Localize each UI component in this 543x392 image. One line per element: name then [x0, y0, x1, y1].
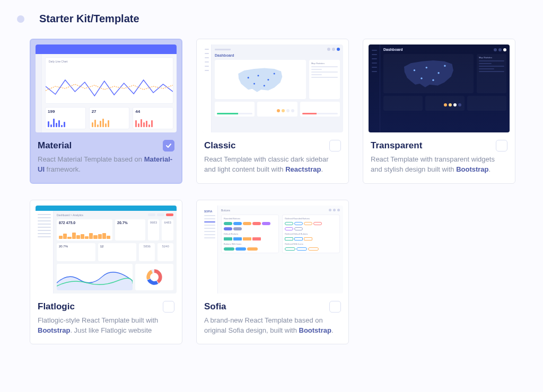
svg-point-6: [413, 69, 415, 71]
thumb-stat-value: 27: [92, 109, 127, 114]
template-card-classic[interactable]: Dashboard Map Statistics: [196, 39, 349, 184]
thumb-chart-title: Daily Line Chart: [49, 60, 170, 63]
template-checkbox[interactable]: [163, 140, 174, 152]
svg-point-8: [437, 72, 439, 74]
template-thumbnail: Dashboard > Analytics 872 475.0: [36, 206, 177, 293]
donut-chart-icon: [145, 268, 163, 286]
template-card-flatlogic[interactable]: Dashboard > Analytics 872 475.0: [30, 200, 182, 345]
section-title: Starter Kit/Template: [39, 13, 139, 25]
template-title: Material: [38, 140, 72, 151]
usa-map-icon: [221, 66, 300, 94]
svg-point-0: [248, 77, 249, 78]
thumb-title: Dashboard: [215, 54, 340, 57]
template-link[interactable]: Bootstrap: [456, 165, 488, 173]
template-card-sofia[interactable]: SOFIA Buttons Rounded Buttons: [196, 200, 349, 345]
template-link[interactable]: Reactstrap: [285, 165, 321, 173]
template-link[interactable]: Bootstrap: [299, 326, 331, 334]
thumb-stat-value: 20.7%: [117, 221, 143, 225]
template-title: Flatlogic: [38, 301, 75, 312]
template-link[interactable]: Bootstrap: [38, 326, 70, 334]
thumb-title: Dashboard: [383, 48, 403, 51]
thumb-stat-value: 199: [48, 109, 83, 114]
svg-point-9: [444, 65, 445, 67]
template-description: React Template with transparent widgets …: [371, 155, 507, 175]
template-grid: Daily Line Chart 199: [30, 39, 526, 344]
template-description: React Material Template based on Materia…: [38, 155, 174, 175]
template-checkbox[interactable]: [329, 301, 341, 313]
svg-point-10: [421, 78, 422, 79]
template-card-transparent[interactable]: Dashboard Map Statistics: [363, 39, 515, 184]
svg-point-7: [425, 67, 427, 68]
template-card-material[interactable]: Daily Line Chart 199: [30, 39, 182, 184]
section-header: Starter Kit/Template: [17, 13, 526, 25]
thumb-breadcrumb: Dashboard > Analytics: [57, 213, 83, 217]
template-checkbox[interactable]: [163, 301, 174, 313]
template-description: React Template with classic dark sidebar…: [204, 155, 341, 175]
template-title: Sofia: [204, 301, 226, 312]
template-checkbox[interactable]: [329, 140, 341, 152]
template-title: Classic: [204, 140, 236, 151]
template-checkbox[interactable]: [496, 140, 507, 152]
svg-point-5: [264, 85, 265, 86]
template-description: A brand-new React Template based on orig…: [204, 316, 341, 336]
check-icon: [165, 142, 172, 149]
template-thumbnail: Dashboard Map Statistics: [202, 44, 343, 132]
thumb-logo: SOFIA: [204, 210, 215, 213]
svg-point-4: [253, 83, 255, 84]
svg-point-11: [432, 79, 434, 81]
thumb-stat-value: 872 475.0: [59, 221, 110, 225]
thumb-stat-value: 44: [135, 109, 171, 114]
template-title: Transparent: [371, 140, 422, 151]
template-thumbnail: SOFIA Buttons Rounded Buttons: [202, 206, 343, 293]
svg-point-1: [258, 75, 259, 76]
template-thumbnail: Daily Line Chart 199: [36, 44, 177, 132]
thumb-page-title: Buttons: [221, 209, 230, 212]
template-description: Flatlogic-style React Template built wit…: [38, 316, 174, 336]
template-thumbnail: Dashboard Map Statistics: [369, 44, 510, 132]
usa-map-icon: [388, 58, 469, 89]
svg-point-3: [274, 73, 275, 74]
section-bullet-icon: [17, 15, 24, 23]
svg-point-2: [268, 78, 269, 80]
